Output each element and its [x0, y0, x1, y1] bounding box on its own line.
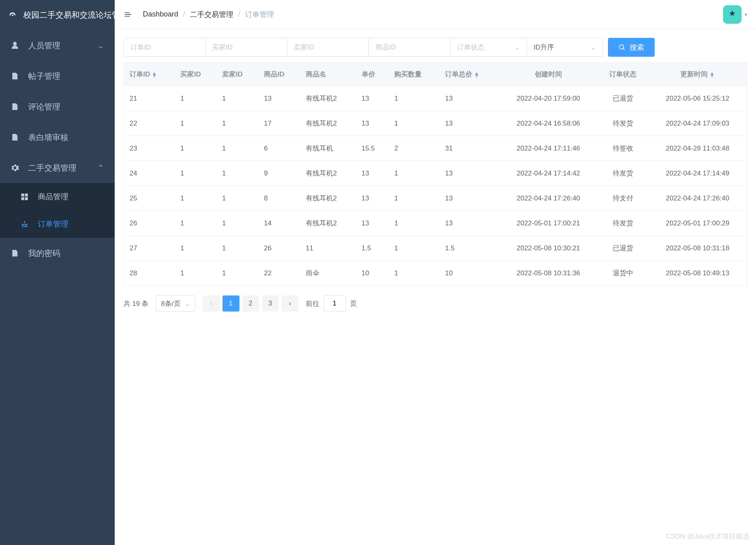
col-header[interactable]: 更新时间▲▼	[648, 63, 747, 86]
cell: 待发货	[597, 211, 648, 236]
page-button[interactable]: 3	[262, 295, 279, 312]
cell: 13	[356, 211, 389, 236]
main-panel: Dashboard / 二手交易管理 / 订单管理 ▾ 订单状态	[115, 0, 756, 545]
cell: 2022-05-08 10:30:21	[499, 236, 597, 261]
gear-icon	[10, 163, 19, 172]
page-size-label: 8条/页	[161, 299, 180, 308]
table-row[interactable]: 221117有线耳机2131132022-04-24 16:58:06待发货20…	[124, 111, 747, 136]
jump-input[interactable]	[323, 295, 346, 312]
cell: 6	[258, 136, 300, 161]
breadcrumb-item[interactable]: Dashboard	[143, 10, 178, 19]
doc-icon	[10, 249, 19, 258]
chevron-down-icon: ⌄	[97, 41, 104, 50]
search-button[interactable]: 搜索	[608, 38, 655, 57]
col-header: 商品ID	[258, 63, 300, 86]
filter-bar: 订单状态 ⌄ ID升序 ⌄ 搜索	[124, 38, 747, 57]
hamburger-icon[interactable]	[124, 10, 132, 19]
sidebar: 校园二手交易和交流论坛管 人员管理⌄帖子管理评论管理表白墙审核二手交易管理⌃商品…	[0, 0, 115, 545]
cell: 1	[216, 86, 258, 111]
pagination-jump: 前往 页	[306, 295, 357, 312]
cell: 已退货	[597, 86, 648, 111]
cell: 2022-05-06 15:25:12	[648, 86, 747, 111]
cell: 2022-05-08 10:49:13	[648, 261, 747, 286]
col-header: 购买数量	[389, 63, 439, 86]
sidebar-item-label: 我的密码	[28, 248, 60, 259]
table-header-row: 订单ID▲▼买家ID卖家ID商品ID商品名单价购买数量订单总价▲▼创建时间订单状…	[124, 63, 747, 86]
app-title: 校园二手交易和交流论坛管	[0, 0, 115, 30]
cell: 待发货	[597, 161, 648, 186]
col-header: 创建时间	[499, 63, 597, 86]
sidebar-item[interactable]: 二手交易管理⌃	[0, 153, 115, 183]
caret-down-icon[interactable]: ▾	[745, 12, 747, 17]
next-page-button[interactable]: ›	[282, 295, 299, 312]
sidebar-item-label: 帖子管理	[28, 71, 60, 82]
page-button[interactable]: 1	[222, 295, 239, 312]
buyer-id-input[interactable]	[205, 38, 287, 57]
col-header: 单价	[356, 63, 389, 86]
cell: 14	[258, 211, 300, 236]
table-row[interactable]: 211113有线耳机2131132022-04-20 17:59:00已退货20…	[124, 86, 747, 111]
sidebar-subitem[interactable]: 订单管理	[0, 211, 115, 238]
breadcrumb-item[interactable]: 二手交易管理	[190, 10, 233, 19]
cell: 1	[216, 161, 258, 186]
breadcrumb: Dashboard / 二手交易管理 / 订单管理	[143, 10, 274, 19]
sidebar-item[interactable]: 评论管理	[0, 91, 115, 122]
pagination-total: 共 19 条	[124, 299, 148, 308]
order-id-input[interactable]	[124, 38, 205, 57]
cell: 2022-04-20 17:59:00	[499, 86, 597, 111]
chevron-right-icon: ›	[289, 299, 291, 308]
jump-prefix: 前往	[306, 299, 319, 308]
search-button-label: 搜索	[630, 43, 644, 52]
col-header[interactable]: 订单ID▲▼	[124, 63, 175, 86]
cell: 1	[389, 211, 439, 236]
product-id-input[interactable]	[369, 38, 450, 57]
status-select-placeholder: 订单状态	[457, 43, 484, 52]
page-button[interactable]: 2	[242, 295, 259, 312]
cell: 1	[175, 236, 216, 261]
table-row[interactable]: 24119有线耳机2131132022-04-24 17:14:42待发货202…	[124, 161, 747, 186]
status-select[interactable]: 订单状态 ⌄	[450, 38, 527, 57]
cell: 1	[175, 186, 216, 211]
sidebar-menu: 人员管理⌄帖子管理评论管理表白墙审核二手交易管理⌃商品管理订单管理我的密码	[0, 30, 115, 268]
cell: 8	[258, 186, 300, 211]
grid-icon	[20, 192, 29, 201]
table-row[interactable]: 25118有线耳机2131132022-04-24 17:26:40待支付202…	[124, 186, 747, 211]
cell: 1	[175, 261, 216, 286]
sidebar-item-label: 人员管理	[28, 40, 60, 51]
cell: 13	[439, 211, 499, 236]
tree-icon	[20, 220, 29, 229]
cell: 1	[175, 161, 216, 186]
sort-select-value: ID升序	[534, 43, 554, 52]
page-size-select[interactable]: 8条/页 ⌄	[156, 295, 195, 312]
sidebar-subitem[interactable]: 商品管理	[0, 183, 115, 211]
chevron-up-icon: ⌃	[97, 163, 104, 173]
sidebar-item[interactable]: 表白墙审核	[0, 122, 115, 153]
search-icon	[618, 44, 626, 51]
seller-id-input[interactable]	[287, 38, 369, 57]
table-row[interactable]: 281122雨伞101102022-05-08 10:31:36退货中2022-…	[124, 261, 747, 286]
doc-icon	[10, 102, 19, 111]
table-row[interactable]: 261114有线耳机2131132022-05-01 17:00:21待发货20…	[124, 211, 747, 236]
cell: 有线耳机2	[300, 186, 356, 211]
table-row[interactable]: 23116有线耳机15.52312022-04-24 17:11:46待签收20…	[124, 136, 747, 161]
sidebar-item[interactable]: 人员管理⌄	[0, 30, 115, 61]
cell: 有线耳机2	[300, 161, 356, 186]
chevron-left-icon: ‹	[210, 299, 212, 308]
chevron-down-icon: ⌄	[591, 43, 596, 52]
avatar[interactable]	[723, 5, 742, 24]
cell: 2022-05-01 17:00:29	[648, 211, 747, 236]
col-header[interactable]: 订单总价▲▼	[439, 63, 499, 86]
breadcrumb-sep: /	[238, 10, 240, 19]
sort-icon: ▲▼	[152, 72, 157, 78]
app-root: 校园二手交易和交流论坛管 人员管理⌄帖子管理评论管理表白墙审核二手交易管理⌃商品…	[0, 0, 756, 545]
cell: 有线耳机2	[300, 211, 356, 236]
table-row[interactable]: 271126111.511.52022-05-08 10:30:21已退货202…	[124, 236, 747, 261]
prev-page-button[interactable]: ‹	[203, 295, 220, 312]
cell: 26	[124, 211, 175, 236]
cell: 13	[356, 111, 389, 136]
sidebar-item[interactable]: 我的密码	[0, 238, 115, 268]
pagination: 共 19 条 8条/页 ⌄ ‹123› 前往 页	[124, 295, 747, 312]
breadcrumb-current: 订单管理	[245, 10, 274, 19]
sort-select[interactable]: ID升序 ⌄	[527, 38, 603, 57]
sidebar-item[interactable]: 帖子管理	[0, 61, 115, 91]
